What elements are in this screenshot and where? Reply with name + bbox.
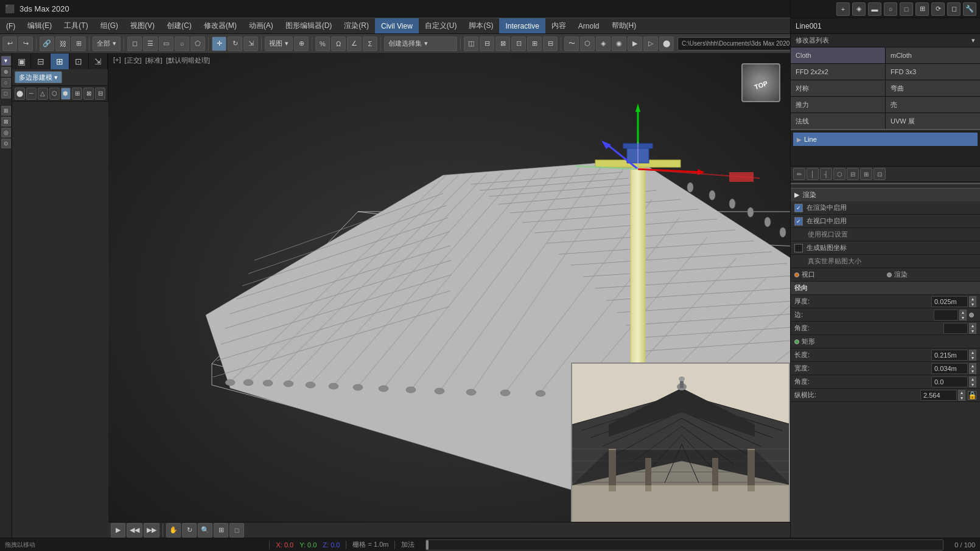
mod-cell-ffd3x3[interactable]: FFD 3x3 [886, 64, 980, 80]
align4-btn[interactable]: ⊞ [527, 36, 542, 51]
prop-tb-copy[interactable]: ⊞ [860, 168, 872, 180]
menu-item-modifier[interactable]: 修改器(M) [198, 18, 243, 33]
menu-item-interactive[interactable]: Interactive [499, 18, 545, 33]
vp-label-shading[interactable]: [默认明暗处理] [166, 56, 210, 65]
rp-paint-btn[interactable]: ◈ [852, 2, 866, 16]
nav-cube[interactable]: TOP [741, 63, 780, 102]
create-sel-set[interactable]: 创建选择集 ▾ [384, 36, 457, 51]
undo-btn[interactable]: ↩ [2, 36, 17, 51]
menu-item-render[interactable]: 渲染(R) [338, 18, 375, 33]
subpanel-tab-icon4[interactable]: ⊡ [69, 54, 88, 69]
bind-btn[interactable]: ⊞ [71, 36, 86, 51]
menu-item-view[interactable]: 视图(V) [124, 18, 161, 33]
spin-dn-angle2[interactable]: ▼ [969, 382, 976, 387]
picon-7[interactable]: ⊠ [83, 88, 94, 100]
vp-prev-btn[interactable]: ◀◀ [127, 523, 142, 538]
spin-dn-length[interactable]: ▼ [969, 355, 976, 361]
picon-5[interactable]: ⬢ [61, 88, 71, 100]
align-btn[interactable]: ⊟ [480, 36, 494, 51]
picon-2[interactable]: ─ [26, 88, 37, 100]
spin-dn-aspect[interactable]: ▼ [958, 395, 965, 401]
lt-btn7[interactable]: ◎ [1, 128, 11, 137]
rp-grid-btn[interactable]: ⊞ [915, 2, 929, 16]
rp-display-btn[interactable]: ◻ [947, 2, 961, 16]
spin-dn-sides[interactable]: ▼ [959, 315, 967, 321]
radio-rect[interactable] [794, 339, 799, 344]
lt-btn1[interactable]: ▼ [1, 56, 11, 66]
menu-item-f[interactable]: (F) [0, 18, 21, 33]
vp-zoomext-btn[interactable]: ⊞ [214, 523, 228, 538]
menu-item-civil[interactable]: Civil View [375, 18, 419, 33]
lt-btn4[interactable]: □ [1, 89, 11, 99]
spin-up-aspect[interactable]: ▲ [958, 390, 965, 395]
vp-label-standard[interactable]: [标准] [145, 56, 163, 65]
mod-cell-normal[interactable]: 法线 [791, 113, 885, 129]
subpanel-tab-icon5[interactable]: ⇲ [89, 54, 108, 69]
lt-btn2[interactable]: ⊕ [1, 67, 11, 77]
viewport[interactable]: [+] [正交] [标准] [默认明暗处理] TOP [108, 54, 790, 551]
psub-btn1[interactable]: 多边形建模 ▾ [15, 71, 62, 83]
prop-tb-paste[interactable]: ⊡ [873, 168, 886, 180]
vp-label-view[interactable]: [正交] [125, 56, 142, 65]
percent-snap-btn[interactable]: Σ [363, 36, 377, 51]
spin-up-length[interactable]: ▲ [969, 350, 976, 355]
rp-motion-btn[interactable]: ⟳ [931, 2, 945, 16]
checkbox-gen-coords[interactable] [794, 244, 803, 252]
time-slider[interactable] [425, 539, 943, 550]
circ-sel-btn[interactable]: ○ [175, 36, 189, 51]
picon-8[interactable]: ⊟ [95, 88, 105, 100]
menu-item-help[interactable]: 帮助(H) [606, 18, 643, 33]
mod-cell-symmetry[interactable]: 对称 [791, 80, 885, 96]
vp-play-btn[interactable]: ▶ [111, 523, 125, 538]
rotate-btn[interactable]: ↻ [228, 36, 242, 51]
vp-maxvp-btn[interactable]: □ [229, 523, 244, 538]
menu-item-tools[interactable]: 工具(T) [58, 18, 94, 33]
menu-item-group[interactable]: 组(G) [94, 18, 124, 33]
spin-up-angle2[interactable]: ▲ [969, 376, 976, 382]
spinner-snap-btn[interactable]: Ω [331, 36, 346, 51]
scale-dropdown-btn[interactable]: ⇲ [243, 36, 258, 51]
checkbox-aspect-lock[interactable]: 🔒 [968, 391, 976, 400]
move-btn[interactable]: ✛ [212, 36, 226, 51]
menu-item-create[interactable]: 创建(C) [161, 18, 198, 33]
spin-dn-thickness[interactable]: ▼ [969, 302, 976, 307]
spin-dn-width[interactable]: ▼ [969, 369, 976, 374]
render-section-header[interactable]: ▶ 渲染 [791, 188, 980, 201]
rect-sel-btn[interactable]: ▭ [159, 36, 173, 51]
vp-next-btn[interactable]: ▶▶ [144, 523, 159, 538]
render2-btn[interactable]: ▷ [643, 36, 658, 51]
radio-viewport[interactable] [794, 272, 799, 277]
radio-render[interactable] [887, 272, 892, 277]
rp-square-btn[interactable]: □ [900, 2, 913, 16]
menu-item-edit[interactable]: 编辑(E) [21, 18, 58, 33]
mirror-btn[interactable]: ◫ [464, 36, 478, 51]
vp-label-plus[interactable]: [+] [113, 56, 121, 65]
lt-btn3[interactable]: ○ [1, 78, 11, 88]
prop-tb-delete[interactable]: ⊟ [847, 168, 859, 180]
spin-val-sides[interactable] [934, 310, 958, 321]
mod-cell-cloth[interactable]: Cloth [791, 47, 885, 63]
mod-cell-uvw[interactable]: UVW 展 [886, 113, 980, 129]
rp-histo-btn[interactable]: ▬ [868, 2, 881, 16]
mod-cell-ffd2x2x2[interactable]: FFD 2x2x2 [791, 64, 885, 80]
menu-item-arnold[interactable]: Arnold [572, 18, 606, 33]
picon-4[interactable]: ⬡ [49, 88, 60, 100]
vp-orbit-btn[interactable]: ↻ [182, 523, 197, 538]
prop-tb-pencil[interactable]: ✏ [793, 168, 805, 180]
checkbox-render-enable[interactable]: ✓ [794, 204, 803, 212]
subpanel-tab-icon3[interactable]: ⊞ [51, 54, 69, 69]
select-name-btn[interactable]: ☰ [143, 36, 158, 51]
angle-snap-btn[interactable]: ∠ [347, 36, 362, 51]
unlink-btn[interactable]: ⛓ [55, 36, 70, 51]
curve-btn[interactable]: 〜 [564, 36, 579, 51]
subpanel-tab-icon2[interactable]: ⊟ [31, 54, 50, 69]
spin-up-angle1[interactable]: ▲ [969, 323, 976, 328]
render3-btn[interactable]: ⬤ [659, 36, 674, 51]
vp-pan-btn[interactable]: ✋ [166, 523, 181, 538]
lt-btn8[interactable]: ⊙ [1, 139, 11, 148]
pivot-btn[interactable]: ⊕ [294, 36, 309, 51]
checkbox-viewport-enable[interactable]: ✓ [794, 217, 803, 226]
menu-item-graphed[interactable]: 图形编辑器(D) [279, 18, 338, 33]
lt-btn6[interactable]: ⊠ [1, 117, 11, 126]
picon-3[interactable]: △ [38, 88, 48, 100]
